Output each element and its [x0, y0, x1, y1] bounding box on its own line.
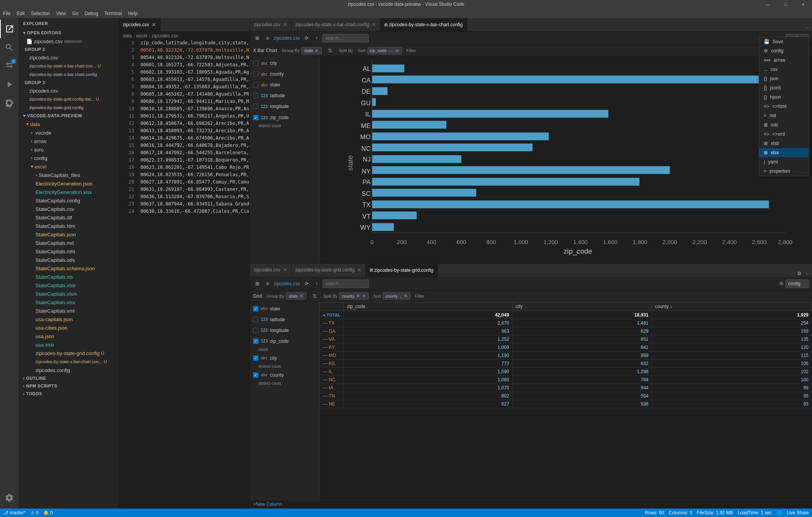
open-editors-group[interactable]: ▾ OPEN EDITORS [19, 29, 118, 37]
explorer-activity-icon[interactable] [0, 20, 19, 38]
tab-csv-chart[interactable]: zipcodes.csv ✕ [250, 18, 292, 31]
grid-sort-remove2[interactable]: ✕ [403, 293, 408, 299]
refresh-btn-grid[interactable]: ⟳ [302, 280, 311, 287]
col-county[interactable]: abc county [250, 69, 319, 79]
sidebar-statecap-schema[interactable]: StateCapitals.schema.json [19, 264, 118, 273]
search-activity-icon[interactable] [0, 38, 19, 57]
col-cb-state[interactable] [253, 82, 258, 88]
sort-tag[interactable]: zip_code — ✕ [367, 47, 402, 54]
grid-view-btn[interactable]: ⊞ [253, 280, 262, 287]
search-input-chart[interactable] [322, 34, 369, 42]
th-county[interactable]: county ↓ [652, 302, 812, 311]
outline-group[interactable]: › OUTLINE [19, 374, 118, 382]
code-editor-g1[interactable]: 1zip_code,latitude,longitude,city,state,… [119, 40, 250, 509]
col-state[interactable]: abc state [250, 79, 319, 90]
sidebar-statecap-ods[interactable]: StateCapitals.ods [19, 256, 118, 264]
notification-status[interactable]: 🔔 0 [43, 510, 53, 515]
sidebar-statecap-htm[interactable]: StateCapitals.htm [19, 222, 118, 230]
col-cb-grid-zip[interactable] [253, 338, 258, 344]
sidebar-item-g3-grid1[interactable]: zipcodes-by-state-grid.config dat... U [19, 95, 118, 103]
dropdown-properties[interactable]: = properties [759, 167, 809, 176]
config-select-grid[interactable]: config [785, 280, 809, 288]
col-cb-zipcode[interactable] [253, 115, 258, 120]
th-city[interactable]: city [512, 302, 652, 311]
table-view-btn[interactable]: ≡ [264, 280, 271, 287]
dropdown-config[interactable]: ⚙ config [759, 46, 809, 56]
col-cb-grid-lat[interactable] [253, 317, 258, 322]
tab-grid-config1[interactable]: zipcodes-by-state-grid.config ✕ [292, 264, 366, 277]
minimize-button[interactable]: — [759, 0, 777, 8]
sidebar-usacap-json[interactable]: usa-capitals.json [19, 315, 118, 323]
tab-more-button[interactable]: ··· [804, 24, 812, 31]
sidebar-item-zipcodes-csv-top[interactable]: 📄 zipcodes.csv data\excel [19, 37, 118, 45]
sidebar-data-folder[interactable]: ▾ data [19, 120, 118, 128]
menu-debug[interactable]: Debug [81, 8, 101, 18]
sidebar-arrow-folder[interactable]: › arrow [19, 137, 118, 145]
tab-close[interactable]: ✕ [371, 22, 376, 28]
sidebar-usa-xlsb[interactable]: usa.xlsb [19, 340, 118, 349]
sidebar-item-g3-grid2[interactable]: zipcodes-by-state-grid.config [19, 103, 118, 112]
col-cb-county[interactable] [253, 71, 258, 77]
col-zipcode-chart[interactable]: 123 zip_code [250, 112, 319, 123]
tab-close[interactable]: ✕ [283, 22, 287, 28]
col-grid-county[interactable]: abc county [250, 370, 319, 381]
grid-group-by-remove[interactable]: ✕ [299, 293, 304, 299]
sidebar-zip-config[interactable]: zipcodes.config [19, 366, 118, 374]
sidebar-statecap-config[interactable]: StateCapitals.config [19, 196, 118, 205]
sort-remove[interactable]: — [388, 48, 393, 54]
tab-xbar-config1[interactable]: zipcodes-by-state-x-bar-chart.config ✕ [292, 18, 380, 31]
col-city[interactable]: abc city [250, 58, 319, 69]
refresh-button[interactable]: ⟳ [302, 35, 311, 42]
sidebar-statecap-xlsb[interactable]: StateCapitals.xlsb [19, 281, 118, 290]
grid-area[interactable]: zip_code city county ↓ ● TOTAL 42,049 [319, 302, 812, 500]
col-grid-city[interactable]: abc city [250, 353, 319, 364]
th-zipcode[interactable]: zip_code [344, 302, 512, 311]
menu-help[interactable]: Help [125, 8, 141, 18]
sidebar-excel-folder[interactable]: ▾ excel [19, 162, 118, 171]
col-latitude[interactable]: 123 latitude [250, 90, 319, 101]
sidebar-usacities-json[interactable]: usa-cities.json [19, 323, 118, 332]
grid-split-by-tag[interactable]: county ✕ ✕ [339, 292, 368, 300]
split-button[interactable]: ⧉ [795, 270, 804, 277]
group-by-tag[interactable]: state ✕ [301, 47, 322, 54]
dropdown-yaml[interactable]: | yaml [759, 157, 809, 167]
menu-file[interactable]: File [0, 8, 14, 18]
tab-xbar-config2[interactable]: ⊞ zipcodes-by-state-x-bar-chart.config [380, 18, 467, 31]
globe-icon[interactable]: 🌐 [777, 510, 782, 515]
col-grid-zipcode[interactable]: 123 zip_code [250, 336, 319, 347]
run-activity-icon[interactable] [0, 75, 19, 94]
vscode-data-preview-group[interactable]: ▾ VSCODE-DATA-PREVIEW [19, 112, 118, 120]
col-cb-longitude[interactable] [253, 104, 258, 109]
col-cb-latitude[interactable] [253, 93, 258, 98]
sidebar-item-g3-csv[interactable]: zipcodes.csv [19, 86, 118, 95]
settings-activity-icon[interactable] [0, 488, 19, 507]
col-longitude[interactable]: 123 longitude [250, 101, 319, 112]
filter-icon-btn[interactable]: ⇅ [326, 47, 334, 54]
dropdown-arrow[interactable]: >>> arrow [759, 56, 809, 65]
upload-button[interactable]: ↑ [313, 35, 320, 42]
grid-sort-remove1[interactable]: ↓ [399, 293, 402, 299]
col-cb-city[interactable] [253, 61, 258, 66]
sidebar-statecap-xls[interactable]: StateCapitals.xls [19, 273, 118, 281]
sidebar-electricity-xlsx[interactable]: ElectricityGeneration.xlsx [19, 188, 118, 196]
sidebar-statecap-md[interactable]: StateCapitals.md [19, 239, 118, 247]
dropdown-save[interactable]: 💾 Save [759, 37, 809, 46]
tab-csv-grid[interactable]: zipcodes.csv ✕ [250, 264, 292, 277]
grid-sort-tag[interactable]: county ↓ ✕ [383, 292, 410, 300]
sidebar-statecap-mht[interactable]: StateCapitals.mht [19, 247, 118, 256]
sidebar-item-g2-xbar1[interactable]: zipcodes-by-state-x-bar-chart.con... U [19, 62, 118, 70]
sidebar-statecap-xlsx[interactable]: StateCapitals.xlsx [19, 298, 118, 306]
todos-group[interactable]: › TODOS [19, 390, 118, 397]
grid-split-by-remove2[interactable]: ✕ [362, 293, 366, 299]
col-cb-grid-state[interactable] [253, 306, 258, 312]
source-control-activity-icon[interactable]: 2 [0, 57, 19, 75]
menu-terminal[interactable]: Terminal [101, 8, 125, 18]
menu-selection[interactable]: Selection [28, 8, 53, 18]
dropdown-json5[interactable]: {} json5 [759, 83, 809, 93]
dropdown-xlsb[interactable]: ⊞ xlsb [759, 139, 809, 148]
sidebar-statecap-files[interactable]: › StateCapitals_files [19, 171, 118, 179]
sidebar-statecap-xlsm[interactable]: StateCapitals.xlsm [19, 290, 118, 298]
sidebar-vscode-folder[interactable]: › .vscode [19, 128, 118, 137]
tab-zipcodes-csv-g1[interactable]: zipcodes.csv ✕ [119, 18, 160, 31]
dropdown-csv[interactable]: ... csv [759, 65, 809, 74]
